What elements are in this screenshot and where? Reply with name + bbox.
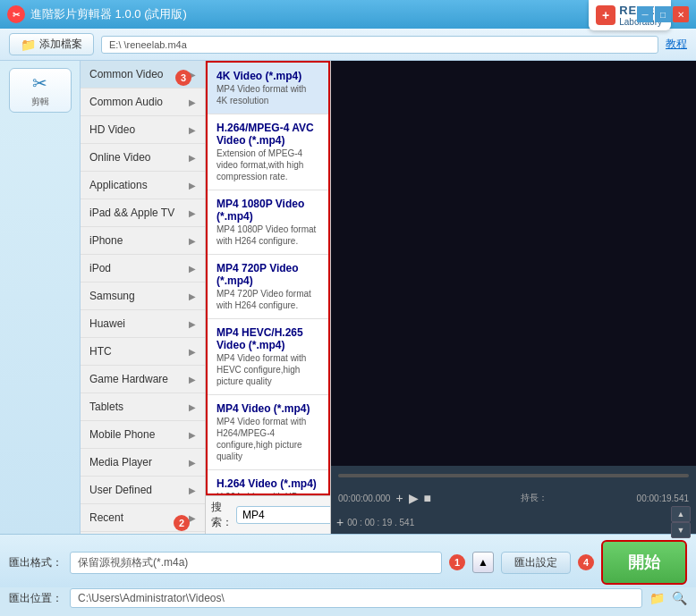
logo-cross-icon: + (596, 5, 615, 25)
title-bar: ✂ 進階影片剪輯器 1.0.0 (試用版) + RENEE Laboratory… (0, 0, 696, 29)
search-bar: 搜索： ✕ (206, 495, 330, 534)
chevron-right-icon: ▶ (189, 291, 196, 301)
chevron-right-icon: ▶ (189, 458, 196, 468)
chevron-right-icon: ▶ (189, 347, 196, 357)
category-item-tablets[interactable]: Tablets ▶ (81, 393, 205, 421)
category-item-game-hardware[interactable]: Game Hardware ▶ (81, 366, 205, 393)
timeline-time: 00 : 00 : 19 . 541 (347, 518, 414, 527)
add-file-icon: 📁 (21, 38, 36, 52)
format-row: 匯出格式： 保留源視頻格式(*.m4a) 1 ▲ 匯出設定 4 開始 (9, 540, 687, 585)
category-item-htc[interactable]: HTC ▶ (81, 338, 205, 366)
video-controls: 00:00:00.000 + ▶ ■ 持長： 00:00:19.541 (331, 485, 696, 511)
left-panel: ✂ 剪輯 (0, 61, 81, 534)
category-item-ipod[interactable]: iPod ▶ (81, 255, 205, 283)
add-start-button[interactable]: + (395, 491, 403, 505)
add-end-button[interactable]: + (336, 515, 344, 529)
output-label: 匯出位置： (9, 591, 63, 606)
duration-value: 00:00:19.541 (637, 494, 689, 503)
duration-label: 持長： (521, 492, 547, 504)
format-dropdown: Common Video ▶ Common Audio ▶ HD Video ▶… (81, 61, 331, 534)
format-item[interactable]: MP4 720P Video (*.mp4) MP4 720P Video fo… (208, 255, 328, 319)
category-item-user-defined[interactable]: User Defined ▶ (81, 477, 205, 504)
search-path-icon[interactable]: 🔍 (672, 591, 687, 605)
settings-button[interactable]: 匯出設定 (501, 552, 571, 574)
category-item-applications[interactable]: Applications ▶ (81, 172, 205, 199)
output-row: 匯出位置： C:\Users\Administrator\Videos\ 📁 🔍 (9, 588, 687, 608)
play-button[interactable]: ▶ (409, 491, 419, 505)
format-item[interactable]: MP4 Video (*.mp4) MP4 Video format with … (208, 395, 328, 470)
vol-up-button[interactable]: ▲ (671, 506, 691, 522)
window-controls: ─ □ ✕ (637, 6, 689, 22)
output-path-display: C:\Users\Administrator\Videos\ (70, 588, 642, 608)
badge-2: 2 (174, 515, 190, 531)
close-button[interactable]: ✕ (673, 6, 689, 22)
stop-button[interactable]: ■ (424, 491, 431, 505)
search-input[interactable] (236, 506, 330, 524)
timeline-bar[interactable] (338, 474, 689, 477)
app-icon: ✂ (7, 5, 25, 23)
folder-icon[interactable]: 📁 (649, 591, 665, 605)
badge-4: 4 (578, 554, 594, 570)
chevron-right-icon: ▶ (189, 125, 196, 135)
chevron-right-icon: ▶ (189, 402, 196, 412)
file-path-display: E:\ \reneelab.m4a (101, 36, 658, 54)
maximize-button[interactable]: □ (655, 6, 671, 22)
format-select[interactable]: 保留源視頻格式(*.m4a) (70, 552, 442, 574)
scissors-icon: ✂ (32, 72, 47, 94)
chevron-right-icon: ▶ (189, 208, 196, 218)
vol-down-button[interactable]: ▼ (671, 522, 691, 538)
chevron-right-icon: ▶ (189, 153, 196, 163)
format-dropdown-button[interactable]: ▲ (472, 552, 494, 573)
time-start-display: 00:00:00.000 (338, 494, 390, 503)
start-button[interactable]: 開始 (601, 540, 687, 585)
category-item-common-audio[interactable]: Common Audio ▶ (81, 89, 205, 116)
chevron-right-icon: ▶ (189, 181, 196, 190)
search-label: 搜索： (211, 500, 233, 530)
badge-1: 1 (449, 554, 465, 570)
format-label: 匯出格式： (9, 555, 63, 570)
bottom-area: 匯出格式： 保留源視頻格式(*.m4a) 1 ▲ 匯出設定 4 開始 匯出位置：… (0, 534, 696, 587)
category-item-iphone[interactable]: iPhone ▶ (81, 227, 205, 255)
video-preview (331, 61, 696, 466)
category-item-huawei[interactable]: Huawei ▶ (81, 310, 205, 338)
category-item-samsung[interactable]: Samsung ▶ (81, 283, 205, 310)
chevron-right-icon: ▶ (189, 97, 196, 107)
badge-3: 3 (175, 70, 191, 86)
chevron-right-icon: ▶ (189, 430, 196, 440)
app-title: 進階影片剪輯器 1.0.0 (試用版) (30, 6, 187, 22)
chevron-right-icon: ▶ (189, 236, 196, 246)
chevron-right-icon: ▶ (189, 485, 196, 495)
format-item[interactable]: 4K Video (*.mp4) MP4 Video format with 4… (208, 63, 328, 114)
format-item[interactable]: MP4 1080P Video (*.mp4) MP4 1080P Video … (208, 190, 328, 255)
chevron-right-icon: ▶ (189, 264, 196, 274)
chevron-right-icon: ▶ (189, 375, 196, 384)
tutorial-link[interactable]: 教程 (666, 37, 687, 52)
format-list: 4K Video (*.mp4) MP4 Video format with 4… (206, 61, 330, 495)
category-item-mobile-phone[interactable]: Mobile Phone ▶ (81, 421, 205, 449)
chevron-right-icon: ▶ (189, 513, 196, 523)
category-item-online-video[interactable]: Online Video ▶ (81, 144, 205, 172)
video-panel: 00:00:00.000 + ▶ ■ 持長： 00:00:19.541 + 00… (331, 61, 696, 534)
scissors-button[interactable]: ✂ 剪輯 (9, 68, 72, 113)
format-item[interactable]: H.264/MPEG-4 AVC Video (*.mp4) Extension… (208, 114, 328, 190)
format-item[interactable]: H.264 Video (*.mp4) H.264 video with HD … (208, 470, 328, 495)
toolbar: 📁 添加檔案 E:\ \reneelab.m4a 教程 (0, 29, 696, 61)
category-item-media-player[interactable]: Media Player ▶ (81, 449, 205, 477)
category-list: Common Video ▶ Common Audio ▶ HD Video ▶… (81, 61, 206, 534)
add-file-button[interactable]: 📁 添加檔案 (9, 33, 94, 55)
minimize-button[interactable]: ─ (637, 6, 653, 22)
category-item-hd-video[interactable]: HD Video ▶ (81, 116, 205, 144)
timeline-area (331, 466, 696, 485)
category-item-ipad[interactable]: iPad && Apple TV ▶ (81, 199, 205, 227)
format-item[interactable]: MP4 HEVC/H.265 Video (*.mp4) MP4 Video f… (208, 319, 328, 395)
chevron-right-icon: ▶ (189, 319, 196, 329)
